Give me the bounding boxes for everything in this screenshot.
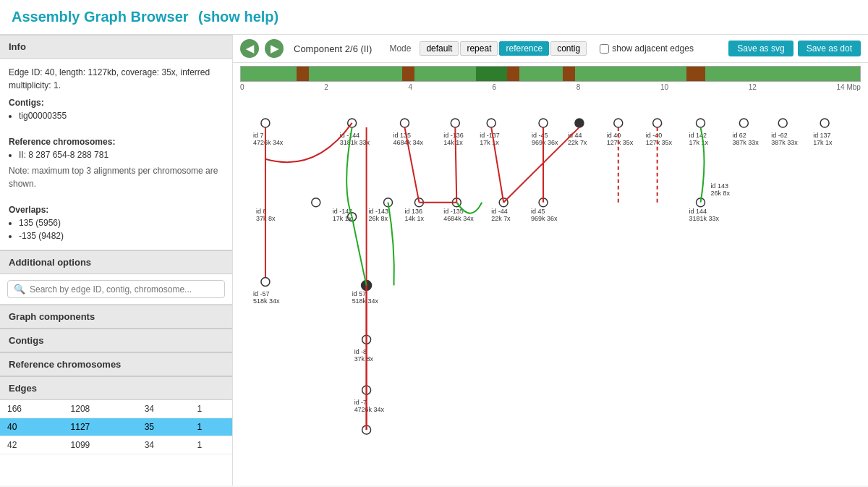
label-b1b: 518k 34x <box>253 297 280 305</box>
node-9[interactable] <box>653 119 662 127</box>
label-m4b: 14k 1x <box>404 215 424 222</box>
contigs-list: tig00000355 <box>19 109 224 122</box>
search-input[interactable] <box>30 284 218 295</box>
search-section: 🔍 <box>0 274 232 305</box>
label-9b: 127k 35x <box>646 139 673 146</box>
reference-chromosomes-header[interactable]: Reference chromosomes <box>0 352 232 376</box>
sidebar: Info Edge ID: 40, length: 1127kb, covera… <box>0 35 233 486</box>
label-6: id -45 <box>532 132 548 139</box>
save-dot-button[interactable]: Save as dot <box>798 41 861 56</box>
table-row[interactable]: 40 1127 35 1 <box>0 418 232 436</box>
label-12: id -62 <box>771 132 787 139</box>
ref-chrom-list: II: 8 287 654-8 288 781 <box>19 148 224 161</box>
node-7[interactable] <box>575 119 584 127</box>
edge-mult: 1 <box>190 400 232 418</box>
node-11[interactable] <box>739 119 748 127</box>
mode-tab-default[interactable]: default <box>420 41 459 56</box>
adjacent-edges-checkbox[interactable] <box>600 44 609 54</box>
edge-coverage: 34 <box>137 436 190 454</box>
chrom-seg-8 <box>507 67 519 81</box>
label-7b: 22k 7x <box>568 139 587 146</box>
info-section: Edge ID: 40, length: 1127kb, coverage: 3… <box>0 59 232 250</box>
node-3[interactable] <box>400 119 409 127</box>
nav-back-button[interactable]: ◀ <box>240 39 259 58</box>
info-section-header: Info <box>0 35 232 59</box>
page-header: Assembly Graph Browser (show help) <box>0 0 868 35</box>
mode-label: Mode <box>389 43 411 54</box>
label-4b: 14k 1x <box>443 139 463 146</box>
label-11: id 62 <box>732 132 746 139</box>
node-8[interactable] <box>614 119 623 127</box>
label-2b: 3181k 33x <box>340 139 370 146</box>
chrom-seg-9 <box>519 67 563 81</box>
label-b3b: 37k 8x <box>354 355 374 363</box>
chrom-seg-5 <box>402 67 414 81</box>
edges-header[interactable]: Edges <box>0 376 232 400</box>
ref-chrom-label: Reference chromosomes: <box>9 135 224 148</box>
save-svg-button[interactable]: Save as svg <box>728 41 793 56</box>
table-row[interactable]: 166 1208 34 1 <box>0 400 232 418</box>
label-12b: 387k 33x <box>771 139 798 146</box>
node-10[interactable] <box>697 119 705 127</box>
overlaps-list: 135 (5956) -135 (9482) <box>19 216 224 242</box>
axis-6: 6 <box>493 83 497 91</box>
edges-table: 166 1208 34 1 40 1127 35 1 42 1099 3 <box>0 400 232 454</box>
label-m5b: 4684k 34x <box>443 215 474 222</box>
label-m4: id 136 <box>404 208 422 215</box>
additional-options-header[interactable]: Additional options <box>0 250 232 274</box>
table-row[interactable]: 42 1099 34 1 <box>0 436 232 454</box>
label-m2b: 17k 1x <box>333 215 352 222</box>
contigs-section-header[interactable]: Contigs <box>0 329 232 352</box>
edge-info-text: Edge ID: 40, length: 1127kb, coverage: 3… <box>9 66 224 92</box>
overlap-item-1: 135 (5956) <box>19 216 224 229</box>
label-143: id 143 <box>710 182 728 190</box>
label-b2b: 518k 34x <box>352 297 379 305</box>
adjacent-edges-toggle[interactable]: show adjacent edges <box>600 43 694 54</box>
component-label: Component 2/6 (II) <box>294 43 372 54</box>
axis-10: 10 <box>660 83 668 91</box>
show-help-link[interactable]: (show help) <box>198 9 278 25</box>
label-13b: 17k 1x <box>813 139 833 146</box>
node-12[interactable] <box>778 119 787 127</box>
green-path-2 <box>352 217 367 286</box>
graph-area: id 7 4726k 34x id -144 3181k 33x id 135 … <box>233 94 868 486</box>
node-b1[interactable] <box>261 277 270 286</box>
contigs-label: Contigs: <box>9 96 224 109</box>
chrom-bar <box>240 66 861 82</box>
label-b1: id -57 <box>253 290 269 297</box>
save-buttons: Save as svg Save as dot <box>728 41 861 56</box>
mode-tab-repeat[interactable]: repeat <box>460 41 498 56</box>
chrom-seg-1 <box>241 67 297 81</box>
axis-4: 4 <box>408 83 412 91</box>
label-m8b: 3181k 33x <box>689 215 720 222</box>
node-13[interactable] <box>820 119 829 127</box>
label-4: id -136 <box>443 132 463 139</box>
label-m7: id 45 <box>531 208 545 215</box>
edge-id: 40 <box>0 418 64 436</box>
label-1: id 7 <box>253 132 263 139</box>
main-content: ◀ ▶ Component 2/6 (II) Mode default repe… <box>233 35 868 486</box>
edge-coverage: 35 <box>137 418 190 436</box>
node-4[interactable] <box>451 119 459 127</box>
node-6[interactable] <box>539 119 548 127</box>
node-m1[interactable] <box>312 198 320 207</box>
label-5b: 17k 1x <box>480 139 499 146</box>
chrom-seg-6 <box>414 67 477 81</box>
node-5[interactable] <box>487 119 495 127</box>
overlap-item-2: -135 (9482) <box>19 229 224 242</box>
nav-forward-button[interactable]: ▶ <box>265 39 284 58</box>
axis-12: 12 <box>749 83 757 91</box>
chrom-seg-10 <box>563 67 575 81</box>
edge-length: 1127 <box>64 418 137 436</box>
label-m6b: 22k 7x <box>491 215 511 222</box>
chrom-seg-13 <box>705 67 860 81</box>
mode-tab-contig[interactable]: contig <box>550 41 587 56</box>
node-1[interactable] <box>261 119 270 127</box>
mode-tab-reference[interactable]: reference <box>499 41 549 56</box>
axis-2: 2 <box>324 83 328 91</box>
axis-0: 0 <box>240 83 244 91</box>
label-6b: 969k 36x <box>532 139 558 146</box>
graph-components-header[interactable]: Graph components <box>0 305 232 329</box>
label-10b: 17k 1x <box>689 139 709 146</box>
edge-id: 42 <box>0 436 64 454</box>
